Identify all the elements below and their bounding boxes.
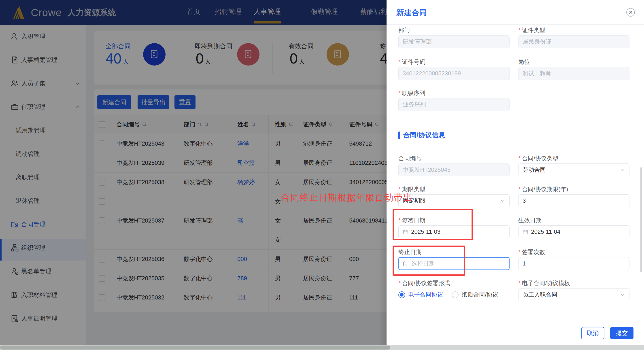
field-effective-date: *生效日期 2025-11-04 [518,217,630,238]
section-bar [398,132,400,139]
field-contract-type: *合同/协议类型 劳动合同 [518,155,630,176]
contract-no-input: 中竞发HT2025045 [398,164,510,176]
field-term-type: *期限类型 固定期限 [398,186,510,207]
field-sign-count: *签署次数 1 [518,248,630,270]
contract-type-select[interactable]: 劳动合同 [518,164,630,176]
drawer-header: 新建合同 ✕ [386,0,644,24]
radio-icon [452,292,458,298]
field-cert-no: *证件号码 340122200005230189 [398,58,510,80]
field-term-years: *合同/协议期限(年) 3 [518,186,630,207]
chevron-down-icon [620,167,625,173]
close-icon[interactable]: ✕ [626,8,635,16]
field-job-series: *职级序列 业务序列 [398,90,510,111]
annotation-note: 合同终止日期根据年限自动带出 [281,192,412,204]
field-sign-form: *合同/协议签署形式 [398,280,510,287]
sign-count-input[interactable]: 1 [518,257,630,270]
app-root: Crowe 人力资源系统 首页 招聘管理 人事管理 假勤管理 薪酬福利管理 入职… [0,0,644,350]
template-select[interactable]: 员工入职合同 [518,288,630,301]
term-type-select[interactable]: 固定期限 [398,194,510,207]
field-dept: *部门 研发管理部 [398,26,510,48]
radio-paper-contract[interactable]: 纸质合同/协议 [452,291,498,298]
new-contract-drawer: 新建合同 ✕ *部门 研发管理部 *证件类型 居民身份证 *证件号码 34012… [386,0,644,350]
job-series-input: 业务序列 [398,98,510,111]
chevron-down-icon [500,198,505,204]
contract-info-section: 合同/协议信息 [398,130,445,140]
horizontal-scrollbar[interactable] [0,345,644,350]
horizontal-scrollbar-thumb[interactable] [0,346,390,350]
effective-date-picker[interactable]: 2025-11-04 [518,226,630,238]
annotation-rect-end-date [392,246,465,276]
field-template: *电子合同/协议模板 员工入职合同 [518,280,630,301]
field-contract-no: *合同编号 中竞发HT2025045 [398,155,510,176]
drawer-scrollbar[interactable] [640,167,642,272]
cert-no-input: 340122200005230189 [398,67,510,80]
calendar-icon [522,229,528,235]
term-years-input[interactable]: 3 [518,194,630,207]
dept-input: 研发管理部 [398,35,510,48]
post-input: 测试工程师 [518,67,630,80]
radio-icon [398,292,405,298]
radio-electronic-contract[interactable]: 电子合同协议 [398,291,443,298]
field-post: *岗位 测试工程师 [518,58,630,80]
chevron-down-icon [620,292,625,298]
field-cert-type: *证件类型 居民身份证 [518,26,630,48]
drawer-title: 新建合同 [396,8,427,18]
annotation-rect-sign-date [392,209,473,240]
cert-type-input: 居民身份证 [518,35,630,48]
submit-button[interactable]: 提交 [610,327,634,339]
cancel-button[interactable]: 取消 [581,327,604,339]
